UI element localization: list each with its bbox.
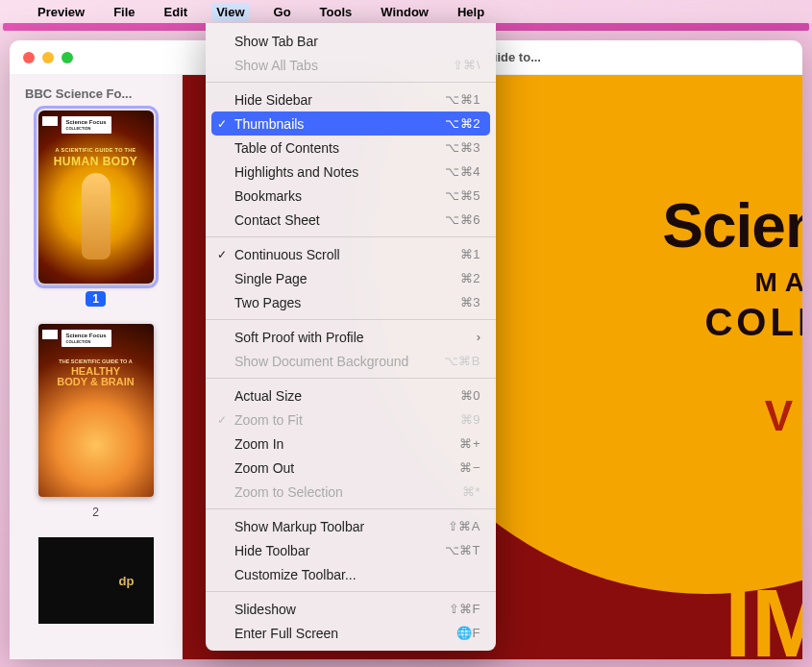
menu-item-table-of-contents[interactable]: Table of Contents⌥⌘3 bbox=[206, 136, 496, 160]
menu-view[interactable]: View bbox=[211, 3, 249, 21]
check-icon: ✓ bbox=[217, 413, 227, 427]
menu-go[interactable]: Go bbox=[269, 3, 296, 21]
menu-separator bbox=[206, 508, 496, 509]
thumbnail-page-2[interactable]: Science Focus COLLECTION THE SCIENTIFIC … bbox=[21, 324, 170, 520]
menu-item-label: Show Document Background bbox=[234, 354, 444, 369]
thumbnail-image[interactable]: Science Focus COLLECTION THE SCIENTIFIC … bbox=[38, 324, 154, 497]
menu-item-label: Soft Proof with Profile bbox=[234, 330, 477, 345]
menu-item-shortcut: ⌥⌘B bbox=[444, 354, 480, 368]
menu-item-show-markup-toolbar[interactable]: Show Markup Toolbar⇧⌘A bbox=[206, 514, 496, 538]
menu-item-customize-toolbar[interactable]: Customize Toolbar... bbox=[206, 562, 496, 586]
menu-item-contact-sheet[interactable]: Contact Sheet⌥⌘6 bbox=[206, 208, 496, 232]
menu-separator bbox=[206, 82, 496, 83]
thumbnail-image[interactable]: dp bbox=[38, 537, 154, 624]
cover-brand-line4: V bbox=[765, 392, 793, 440]
menu-item-label: Show Markup Toolbar bbox=[234, 519, 448, 534]
zoom-button[interactable] bbox=[62, 52, 73, 63]
menu-item-label: Two Pages bbox=[234, 295, 460, 310]
menu-bar[interactable]: Preview File Edit View Go Tools Window H… bbox=[0, 0, 812, 23]
menu-item-label: Hide Toolbar bbox=[234, 543, 445, 558]
menu-item-thumbnails[interactable]: ✓Thumbnails⌥⌘2 bbox=[211, 111, 490, 136]
thumbnail-image[interactable]: Science Focus COLLECTION A SCIENTIFIC GU… bbox=[38, 111, 154, 284]
menu-item-label: Zoom Out bbox=[234, 460, 459, 476]
menu-item-enter-full-screen[interactable]: Enter Full Screen🌐F bbox=[206, 621, 496, 645]
thumbnail-page-1[interactable]: Science Focus COLLECTION A SCIENTIFIC GU… bbox=[21, 111, 170, 307]
menu-item-zoom-in[interactable]: Zoom In⌘+ bbox=[206, 432, 496, 456]
menu-item-shortcut: ⌘0 bbox=[460, 388, 480, 403]
menu-item-show-all-tabs: Show All Tabs⇧⌘\ bbox=[206, 53, 496, 77]
thumbnail-page-3[interactable]: dp bbox=[21, 537, 170, 624]
thumbnails-sidebar[interactable]: BBC Science Fo... Science Focus COLLECTI… bbox=[10, 75, 183, 659]
cover-brand-line3: COLI bbox=[704, 301, 802, 344]
menu-item-hide-sidebar[interactable]: Hide Sidebar⌥⌘1 bbox=[206, 87, 496, 111]
menu-edit[interactable]: Edit bbox=[160, 3, 193, 21]
minimize-button[interactable] bbox=[42, 52, 54, 63]
menu-item-shortcut: 🌐F bbox=[456, 626, 480, 640]
menu-item-highlights-and-notes[interactable]: Highlights and Notes⌥⌘4 bbox=[206, 160, 496, 184]
sidebar-title: BBC Science Fo... bbox=[21, 85, 170, 111]
menu-item-shortcut: ⌘2 bbox=[460, 271, 480, 285]
bbc-logo bbox=[42, 330, 58, 339]
menu-item-show-document-background: Show Document Background⌥⌘B bbox=[206, 349, 496, 373]
menu-item-actual-size[interactable]: Actual Size⌘0 bbox=[206, 383, 496, 408]
page-number-badge: 1 bbox=[86, 291, 106, 307]
menu-item-show-tab-bar[interactable]: Show Tab Bar bbox=[206, 29, 496, 53]
menu-item-bookmarks[interactable]: Bookmarks⌥⌘5 bbox=[206, 184, 496, 208]
cover-brand-line1: Scien bbox=[662, 190, 802, 261]
menu-item-shortcut: ⌘+ bbox=[459, 436, 480, 451]
view-menu-dropdown[interactable]: Show Tab BarShow All Tabs⇧⌘\Hide Sidebar… bbox=[206, 23, 496, 651]
menu-file[interactable]: File bbox=[109, 3, 139, 21]
check-icon: ✓ bbox=[217, 248, 227, 261]
menu-separator bbox=[206, 319, 496, 320]
menu-item-label: Zoom to Fit bbox=[234, 412, 460, 428]
menu-item-shortcut: ⌥⌘3 bbox=[445, 140, 480, 155]
menu-item-single-page[interactable]: Single Page⌘2 bbox=[206, 266, 496, 290]
menu-tools[interactable]: Tools bbox=[315, 3, 357, 21]
menu-separator bbox=[206, 378, 496, 379]
app-menu[interactable]: Preview bbox=[33, 3, 89, 21]
menu-separator bbox=[206, 591, 496, 592]
menu-item-shortcut: ⌥⌘6 bbox=[445, 212, 480, 227]
menu-item-shortcut: ⌘* bbox=[462, 484, 480, 499]
close-button[interactable] bbox=[23, 52, 35, 63]
magazine-label: Science Focus COLLECTION bbox=[62, 330, 111, 347]
menu-item-label: Customize Toolbar... bbox=[234, 567, 480, 582]
menu-help[interactable]: Help bbox=[453, 3, 489, 21]
menu-item-label: Contact Sheet bbox=[234, 212, 445, 228]
menu-item-zoom-to-selection: Zoom to Selection⌘* bbox=[206, 480, 496, 504]
cover-headline-2: IM bbox=[725, 584, 802, 659]
menu-item-label: Bookmarks bbox=[234, 188, 445, 204]
menu-item-soft-proof-with-profile[interactable]: Soft Proof with Profile› bbox=[206, 325, 496, 349]
menu-item-shortcut: ⌥⌘1 bbox=[445, 92, 480, 107]
menu-item-shortcut: ⌘9 bbox=[460, 412, 480, 427]
menu-item-shortcut: ⌥⌘4 bbox=[445, 164, 480, 179]
cover-title: HUMAN BODY bbox=[38, 155, 154, 168]
menu-item-shortcut: ⇧⌘F bbox=[449, 602, 480, 616]
menu-item-continuous-scroll[interactable]: ✓Continuous Scroll⌘1 bbox=[206, 242, 496, 266]
window-controls bbox=[23, 52, 73, 63]
menu-item-label: Zoom to Selection bbox=[234, 484, 462, 500]
menu-item-zoom-out[interactable]: Zoom Out⌘− bbox=[206, 456, 496, 480]
chevron-right-icon: › bbox=[477, 330, 480, 344]
dp-logo: dp bbox=[119, 574, 135, 588]
menu-item-label: Thumbnails bbox=[234, 116, 445, 132]
menu-item-two-pages[interactable]: Two Pages⌘3 bbox=[206, 290, 496, 314]
menu-item-shortcut: ⌘− bbox=[459, 460, 480, 475]
menu-item-shortcut: ⌥⌘T bbox=[445, 543, 480, 557]
menu-item-label: Hide Sidebar bbox=[234, 92, 445, 108]
cover-subtitle: THE SCIENTIFIC GUIDE TO A bbox=[38, 358, 154, 364]
menu-item-zoom-to-fit: ✓Zoom to Fit⌘9 bbox=[206, 408, 496, 432]
menu-item-shortcut: ⇧⌘A bbox=[448, 519, 480, 533]
menu-item-label: Continuous Scroll bbox=[234, 247, 460, 262]
magazine-label: Science Focus COLLECTION bbox=[62, 116, 111, 134]
menu-item-label: Table of Contents bbox=[234, 140, 445, 156]
menu-item-label: Slideshow bbox=[234, 602, 449, 617]
menu-window[interactable]: Window bbox=[376, 3, 433, 21]
page-number: 2 bbox=[86, 505, 106, 520]
menu-item-shortcut: ⇧⌘\ bbox=[453, 58, 480, 72]
menu-item-hide-toolbar[interactable]: Hide Toolbar⌥⌘T bbox=[206, 538, 496, 562]
menu-item-slideshow[interactable]: Slideshow⇧⌘F bbox=[206, 597, 496, 621]
menu-item-label: Zoom In bbox=[234, 436, 459, 452]
menu-item-label: Single Page bbox=[234, 271, 460, 286]
cover-brand-line2: MA bbox=[754, 267, 802, 298]
